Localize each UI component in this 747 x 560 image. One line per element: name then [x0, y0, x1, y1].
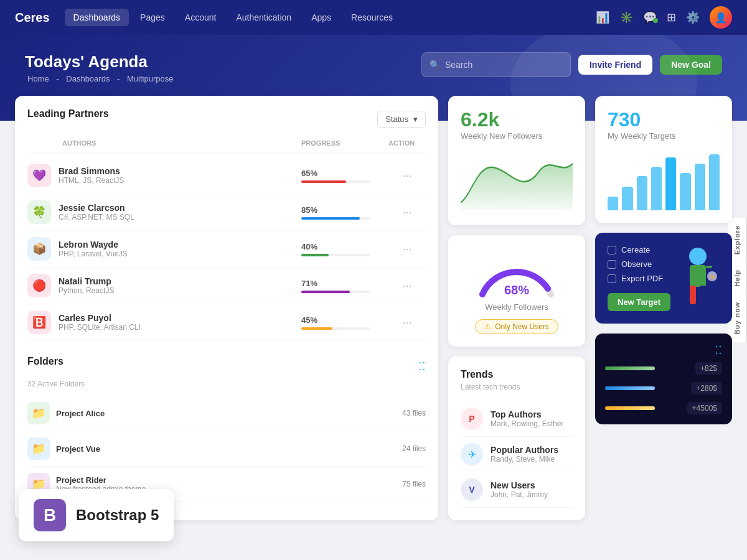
- trend-item: V New Users John, Pat, Jimmy: [461, 472, 573, 508]
- cta-checkbox[interactable]: [608, 260, 616, 269]
- cta-checkbox[interactable]: [608, 274, 616, 283]
- partners-title: Leading Partners: [27, 108, 109, 119]
- avatar: 🍀: [27, 200, 51, 224]
- table-row: 📦 Lebron Wayde PHP, Laravel, VueJS 40% ·…: [27, 231, 426, 268]
- trend-icon: P: [461, 408, 483, 430]
- new-target-button[interactable]: New Target: [608, 293, 670, 311]
- dark-stats-header: ⁚⁚: [605, 343, 722, 357]
- trend-name: Popular Authors: [491, 445, 558, 455]
- status-label: Status: [385, 114, 408, 124]
- avatar: 💜: [27, 164, 51, 187]
- trend-icon: ✈: [461, 443, 483, 465]
- nav-links: Dashboards Pages Account Authentication …: [65, 9, 402, 26]
- main-content: Leading Partners Status ▾ AUTHORS PROGRE…: [0, 96, 747, 535]
- targets-number: 730: [608, 108, 720, 131]
- partner-skills: C#, ASP.NET, MS SQL: [59, 213, 134, 222]
- breadcrumb-home[interactable]: Home: [27, 74, 49, 83]
- folder-details: Project Vue: [56, 444, 100, 454]
- progress-bar-fill: [301, 217, 360, 220]
- followers-label: Weekly New Followers: [461, 131, 573, 141]
- progress-section: 71%: [301, 279, 388, 293]
- stat-bar: [605, 406, 655, 410]
- partner-details: Natali Trump Python, ReactJS: [59, 276, 114, 295]
- bar: [608, 197, 618, 210]
- cta-option: Observe: [608, 259, 671, 269]
- action-button[interactable]: ···: [388, 169, 426, 182]
- partner-info: 🅱️ Carles Puyol PHP, SQLite, Artisan CLI: [27, 310, 301, 334]
- cta-options: Cereate Observe Export PDF: [608, 245, 671, 283]
- partner-details: Jessie Clarcson C#, ASP.NET, MS SQL: [59, 203, 134, 222]
- trend-name: New Users: [491, 480, 548, 490]
- chart-icon[interactable]: 📊: [596, 11, 609, 24]
- table-header: AUTHORS PROGRESS ACTION: [27, 139, 426, 152]
- followers-number: 6.2k: [461, 108, 573, 131]
- bar: [665, 157, 676, 210]
- bar: [622, 187, 632, 210]
- nav-dashboards[interactable]: Dashboards: [65, 9, 129, 26]
- nav-apps[interactable]: Apps: [303, 9, 340, 26]
- trend-item: ✈ Popular Authors Randy, Steve, Mike: [461, 437, 573, 472]
- nav-authentication[interactable]: Authentication: [227, 9, 300, 26]
- only-new-label: Only New Users: [495, 322, 549, 331]
- bootstrap-icon: B: [34, 499, 66, 531]
- partner-skills: PHP, SQLite, Artisan CLI: [59, 323, 141, 332]
- cta-option: Cereate: [608, 245, 671, 254]
- table-row: 🔴 Natali Trump Python, ReactJS 71% ···: [27, 268, 426, 304]
- search-icon: 🔍: [430, 60, 440, 70]
- bar: [637, 176, 647, 210]
- grid-icon[interactable]: ⊞: [667, 11, 676, 24]
- stat-value: +4500$: [687, 402, 722, 414]
- action-button[interactable]: ···: [388, 206, 426, 219]
- folders-subtitle: 32 Active Folders: [27, 380, 426, 388]
- folder-icon: 📁: [27, 402, 50, 424]
- folder-item: 📁 Project Vue 24 files: [27, 431, 426, 467]
- folders-section: Folders ⁚⁚ 32 Active Folders 📁 Project A…: [27, 356, 426, 502]
- right-column: 730 My Weekly Targets: [595, 96, 732, 520]
- warning-icon: ⚠: [484, 322, 491, 331]
- asterisk-icon[interactable]: ✳️: [619, 11, 633, 24]
- table-row: 🅱️ Carles Puyol PHP, SQLite, Artisan CLI…: [27, 304, 426, 341]
- notification-dot: [653, 18, 658, 23]
- action-button[interactable]: ···: [388, 243, 426, 256]
- cta-illustration: %: [676, 245, 720, 307]
- partner-skills: Python, ReactJS: [59, 286, 114, 295]
- trend-sub: John, Pat, Jimmy: [491, 490, 548, 499]
- breadcrumb: Home - Dashboards - Multipurpose: [25, 74, 722, 83]
- partner-details: Brad Simmons HTML, JS, ReactJS: [59, 166, 124, 185]
- search-input[interactable]: [445, 60, 563, 70]
- trend-sub: Randy, Steve, Mike: [491, 455, 558, 464]
- stat-bar: [605, 366, 655, 370]
- nav-account[interactable]: Account: [176, 9, 225, 26]
- avatar[interactable]: 👤: [710, 6, 732, 29]
- progress-bar-fill: [301, 180, 346, 183]
- nav-pages[interactable]: Pages: [131, 9, 174, 26]
- trends-subtitle: Latest tech trends: [461, 383, 573, 391]
- progress-pct: 45%: [301, 315, 388, 325]
- partner-skills: PHP, Laravel, VueJS: [59, 250, 128, 258]
- action-button[interactable]: ···: [388, 279, 426, 292]
- folder-files: 75 files: [402, 480, 426, 488]
- settings-icon[interactable]: ⚙️: [686, 11, 700, 24]
- gauge-label: Weekly Followers: [485, 302, 548, 312]
- progress-pct: 65%: [301, 169, 388, 178]
- progress-pct: 85%: [301, 205, 388, 215]
- progress-section: 65%: [301, 169, 388, 183]
- header-actions: 🔍 Invite Friend New Goal: [421, 52, 722, 77]
- chevron-icon: ▾: [413, 114, 418, 124]
- gauge-card: 68% Weekly Followers ⚠ Only New Users: [448, 235, 585, 347]
- stat-value: +82$: [695, 362, 722, 375]
- partner-name: Jessie Clarcson: [59, 203, 134, 213]
- new-goal-button[interactable]: New Goal: [660, 55, 722, 75]
- nav-resources[interactable]: Resources: [342, 9, 402, 26]
- bar: [651, 167, 662, 210]
- bootstrap-label: Bootstrap 5: [76, 506, 159, 524]
- breadcrumb-dashboards[interactable]: Dashboards: [66, 74, 110, 83]
- status-dropdown[interactable]: Status ▾: [377, 111, 426, 128]
- invite-friend-button[interactable]: Invite Friend: [578, 55, 652, 75]
- leading-partners-card: Leading Partners Status ▾ AUTHORS PROGRE…: [15, 96, 438, 520]
- trend-details: New Users John, Pat, Jimmy: [491, 480, 548, 499]
- folders-dots[interactable]: ⁚⁚: [418, 360, 426, 373]
- action-button[interactable]: ···: [388, 316, 426, 329]
- partner-details: Carles Puyol PHP, SQLite, Artisan CLI: [59, 313, 141, 332]
- cta-checkbox[interactable]: [608, 246, 616, 254]
